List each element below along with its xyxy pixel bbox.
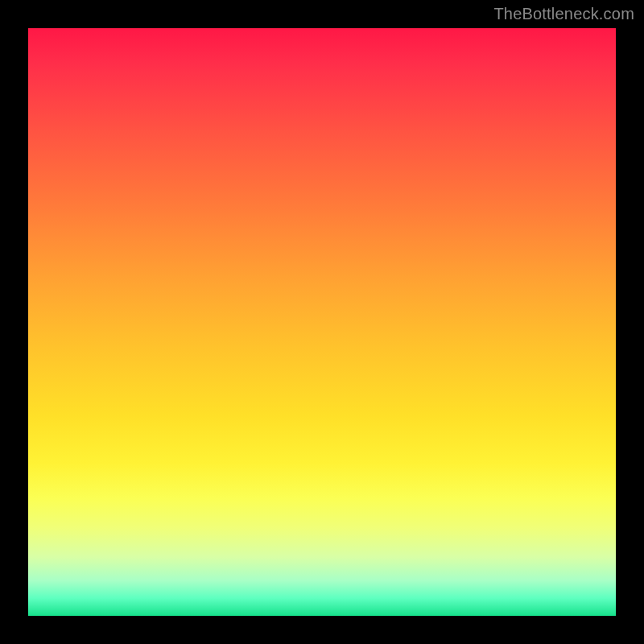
gradient-background <box>28 28 616 616</box>
chart-frame: TheBottleneck.com <box>0 0 644 644</box>
watermark-text: TheBottleneck.com <box>493 5 634 23</box>
plot-area <box>28 28 616 616</box>
